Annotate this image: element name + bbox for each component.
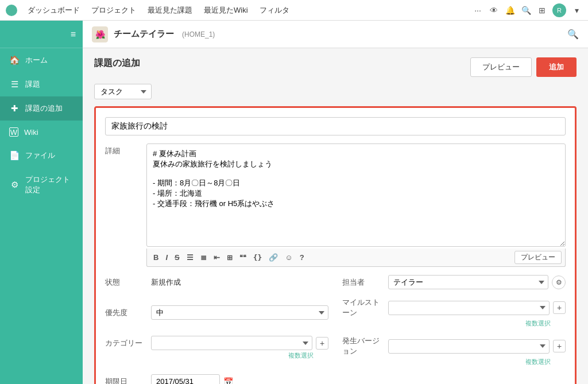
bold-button[interactable]: B xyxy=(150,252,161,263)
milestone-label: マイルストーン xyxy=(342,297,384,318)
milestone-multi-select[interactable]: 複数選択 xyxy=(342,319,551,328)
sidebar-item-issues[interactable]: ☰ 課題 xyxy=(0,72,83,96)
sidebar-label-add-issue: 課題の追加 xyxy=(25,103,63,114)
sidebar-label-issues: 課題 xyxy=(25,79,40,90)
fields-grid: 状態 新規作成 担当者 テイラー ⚙ xyxy=(105,275,566,384)
user-avatar[interactable]: R xyxy=(552,3,566,17)
emoji-button[interactable]: ☺ xyxy=(282,252,295,263)
nav-recent-wiki[interactable]: 最近見たWiki xyxy=(199,3,253,18)
category-field-row: カテゴリー + xyxy=(105,336,328,350)
sidebar-item-files[interactable]: 📄 ファイル xyxy=(0,143,83,168)
category-select[interactable] xyxy=(151,336,312,350)
page-area: プレビュー 追加 課題の追加 タスク バグ 要望 詳細 xyxy=(83,48,588,384)
editor-toolbar: B I S ☰ ≣ ⇤ ⊞ ❝❝ {} 🔗 ☺ ? プレビュー xyxy=(146,249,566,267)
title-action-row: プレビュー 追加 課題の追加 xyxy=(94,57,577,84)
form-box: 詳細 # 夏休み計画 夏休みの家族旅行を検討しましょう - 期間：8月〇日～8月… xyxy=(94,106,577,384)
quote-button[interactable]: ❝❝ xyxy=(237,253,249,262)
list-bullet-button[interactable]: ☰ xyxy=(184,252,196,263)
settings-icon: ⚙ xyxy=(9,180,20,190)
version-label: 発生バージョン xyxy=(342,336,384,356)
assignee-select[interactable]: テイラー xyxy=(388,275,548,289)
nav-recent-issues[interactable]: 最近見た課題 xyxy=(143,3,197,18)
sidebar-item-settings[interactable]: ⚙ プロジェクト設定 xyxy=(0,168,83,202)
subject-input[interactable] xyxy=(105,117,566,135)
milestone-field-col: マイルストーン + 複数選択 xyxy=(342,297,566,328)
details-label: 詳細 xyxy=(105,143,140,267)
add-icon: ✚ xyxy=(9,103,20,114)
chevron-down-icon[interactable]: ▾ xyxy=(571,5,582,16)
milestone-select[interactable] xyxy=(388,301,550,315)
indent-button[interactable]: ⇤ xyxy=(211,252,223,263)
preview-button[interactable]: プレビュー xyxy=(470,57,532,77)
sidebar-label-files: ファイル xyxy=(25,150,55,161)
priority-field-row: 優先度 低 中 高 xyxy=(105,297,328,328)
category-label: カテゴリー xyxy=(105,338,146,348)
strikethrough-button[interactable]: S xyxy=(172,252,183,263)
eye-icon[interactable]: 👁 xyxy=(488,5,500,16)
more-icon[interactable]: ··· xyxy=(472,5,483,16)
wiki-icon: W xyxy=(9,127,18,137)
details-row: 詳細 # 夏休み計画 夏休みの家族旅行を検討しましょう - 期間：8月〇日～8月… xyxy=(105,143,566,267)
milestone-add-button[interactable]: + xyxy=(553,301,566,314)
toolbar-preview-button[interactable]: プレビュー xyxy=(514,251,562,264)
category-multi-select[interactable]: 複数選択 xyxy=(105,351,314,360)
project-title: チームテイラー xyxy=(114,29,174,40)
milestone-field-row: マイルストーン + xyxy=(342,297,566,318)
assignee-settings-button[interactable]: ⚙ xyxy=(552,276,566,289)
sidebar-label-settings: プロジェクト設定 xyxy=(25,174,74,195)
category-field-col: カテゴリー + 複数選択 xyxy=(105,336,328,366)
version-field-row: 発生バージョン + xyxy=(342,336,566,356)
sidebar-label-home: ホーム xyxy=(25,55,48,65)
italic-button[interactable]: I xyxy=(163,252,171,263)
nav-projects[interactable]: プロジェクト xyxy=(87,3,141,18)
sidebar-item-wiki[interactable]: W Wiki xyxy=(0,121,83,143)
issue-type-row: タスク バグ 要望 xyxy=(94,84,577,99)
duedate-field-row: 期限日 📅 xyxy=(105,374,328,384)
project-subtitle: (HOME_1) xyxy=(182,30,215,38)
version-add-button[interactable]: + xyxy=(553,340,566,352)
hamburger-icon[interactable]: ≡ xyxy=(71,29,76,40)
duedate-label: 期限日 xyxy=(105,377,146,385)
priority-select[interactable]: 低 中 高 xyxy=(151,305,328,320)
grid-icon[interactable]: ⊞ xyxy=(536,5,548,16)
version-select[interactable] xyxy=(388,339,550,354)
svg-text:🌺: 🌺 xyxy=(95,30,106,40)
duedate-input[interactable] xyxy=(151,374,220,384)
status-field-row: 状態 新規作成 xyxy=(105,275,328,289)
calendar-icon[interactable]: 📅 xyxy=(223,377,233,385)
project-icon: 🌺 xyxy=(92,26,108,42)
category-select-wrap: + xyxy=(151,336,328,350)
nav-dashboard[interactable]: ダッシュボード xyxy=(23,3,84,18)
bell-icon[interactable]: 🔔 xyxy=(504,5,516,16)
priority-select-wrap: 低 中 高 xyxy=(151,305,328,320)
sidebar-item-home[interactable]: 🏠 ホーム xyxy=(0,48,83,72)
header-search-icon[interactable]: 🔍 xyxy=(567,29,579,40)
assignee-field-row: 担当者 テイラー ⚙ xyxy=(342,275,566,289)
search-icon[interactable]: 🔍 xyxy=(520,5,532,16)
action-buttons: プレビュー 追加 xyxy=(470,57,577,77)
sidebar-item-add-issue[interactable]: ✚ 課題の追加 xyxy=(0,96,83,121)
table-button[interactable]: ⊞ xyxy=(224,253,235,263)
priority-label: 優先度 xyxy=(105,308,146,318)
category-add-button[interactable]: + xyxy=(316,337,328,350)
details-content: # 夏休み計画 夏休みの家族旅行を検討しましょう - 期間：8月〇日～8月〇日 … xyxy=(146,143,566,267)
home-icon: 🏠 xyxy=(9,55,20,65)
sidebar: ≡ 🏠 ホーム ☰ 課題 ✚ 課題の追加 W Wiki 📄 ファイル ⚙ プロジ… xyxy=(0,21,83,384)
link-button[interactable]: 🔗 xyxy=(266,252,281,263)
details-textarea[interactable]: # 夏休み計画 夏休みの家族旅行を検討しましょう - 期間：8月〇日～8月〇日 … xyxy=(146,143,566,247)
main-content: 🌺 チームテイラー (HOME_1) 🔍 プレビュー 追加 課題の追加 タスク xyxy=(83,21,588,384)
add-button[interactable]: 追加 xyxy=(536,57,577,77)
assignee-label: 担当者 xyxy=(342,277,384,288)
issues-icon: ☰ xyxy=(9,79,20,90)
project-header: 🌺 チームテイラー (HOME_1) 🔍 xyxy=(83,21,588,48)
nav-filter[interactable]: フィルタ xyxy=(255,3,294,18)
issue-type-select[interactable]: タスク バグ 要望 xyxy=(94,84,152,99)
help-button[interactable]: ? xyxy=(297,252,307,263)
project-header-left: 🌺 チームテイラー (HOME_1) xyxy=(92,26,215,42)
list-ordered-button[interactable]: ≣ xyxy=(198,252,210,263)
code-button[interactable]: {} xyxy=(250,252,265,263)
sidebar-label-wiki: Wiki xyxy=(24,128,38,137)
milestone-select-wrap: + xyxy=(388,301,566,315)
files-icon: 📄 xyxy=(9,150,20,161)
version-multi-select[interactable]: 複数選択 xyxy=(342,358,551,366)
